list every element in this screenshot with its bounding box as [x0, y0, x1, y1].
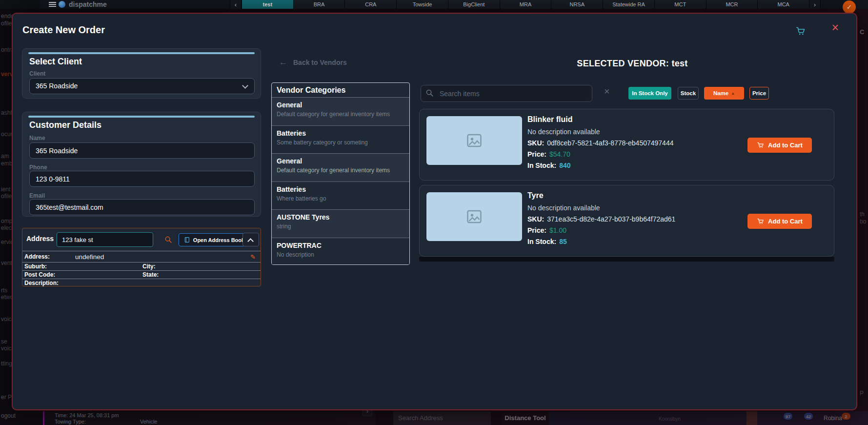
select-client-title: Select Client: [29, 57, 82, 67]
distance-tool-tab[interactable]: Distance Tool: [502, 411, 549, 425]
address-book-icon: [184, 237, 190, 243]
map-strip[interactable]: Kooralbyn Robina 97422: [549, 411, 868, 425]
image-icon: [465, 132, 483, 149]
search-items-input[interactable]: [421, 85, 592, 102]
map-pin-badge[interactable]: 42: [804, 413, 813, 420]
clear-search-icon[interactable]: ×: [604, 86, 610, 96]
customer-details-panel: Customer Details Name Phone Email: [22, 112, 261, 217]
navbar-left-spacer: [0, 0, 40, 9]
menu-icon[interactable]: [49, 2, 56, 7]
bottom-bar: Time: 24 Mar 25, 08:31 pm Towing Type: V…: [0, 411, 868, 425]
select-client-panel: Select Client Client 365 Roadside: [22, 48, 261, 99]
nav-tabs: testBRACRATowsideBigClientMRANRSAStatewi…: [242, 0, 809, 9]
category-name: Batteries: [277, 129, 404, 137]
vendor-categories-list: General Default category for general inv…: [272, 97, 409, 265]
vendor-categories-title: Vendor Categories: [272, 83, 409, 97]
row-description-label: Description:: [24, 280, 59, 286]
phone-field[interactable]: [29, 171, 255, 187]
map-pin-badge[interactable]: 2: [842, 413, 850, 420]
name-label: Name: [29, 135, 45, 142]
items-search: [421, 85, 592, 102]
nav-tab[interactable]: Towside: [396, 0, 448, 9]
sort-name-label: Name: [713, 90, 728, 96]
search-icon: [425, 89, 434, 99]
sort-ascending-icon: ▲: [731, 91, 735, 96]
client-select[interactable]: 365 Roadside: [29, 78, 255, 94]
sku-value: 371ea3c5-d82e-4a27-b037-b9b64f72ad61: [547, 215, 675, 223]
map-pin-badge[interactable]: 97: [784, 413, 792, 420]
top-navbar: dispatchme ‹ testBRACRATowsideBigClientM…: [0, 0, 868, 9]
status-circle-button[interactable]: ✓: [843, 0, 856, 14]
item-stock-row: In Stock:85: [527, 238, 722, 245]
item-price-row: Price:$1.00: [527, 226, 722, 234]
tabs-scroll-left-icon[interactable]: ‹: [230, 0, 242, 9]
nav-tab[interactable]: MRA: [500, 0, 551, 9]
edit-pencil-icon[interactable]: ✎: [250, 253, 256, 261]
sku-value: 0df8ceb7-5821-4af3-8778-eb4507497444: [547, 139, 673, 147]
category-row-austone-tyres[interactable]: AUSTONE Tyres string: [272, 209, 409, 238]
close-icon[interactable]: ×: [831, 21, 839, 34]
category-row-powertrac[interactable]: POWERTRAC No description: [272, 238, 409, 265]
category-name: General: [277, 101, 404, 109]
open-address-book-label: Open Address Book: [193, 237, 244, 243]
address-panel: Address Open Address Book Address: undef…: [22, 228, 261, 286]
vehicle-label: Vehicle: [140, 419, 157, 425]
chevron-up-icon: [247, 238, 254, 244]
item-image-placeholder: [426, 116, 522, 165]
add-to-cart-label: Add to Cart: [768, 142, 803, 149]
selected-vendor-heading: SELECTED VENDOR: test: [418, 59, 847, 69]
item-details: Blinker fluid No description available S…: [527, 115, 722, 169]
edge-text-fragment: th: [860, 211, 865, 218]
nav-tab[interactable]: test: [242, 0, 293, 9]
category-description: Some battery category or someting: [277, 139, 404, 146]
price-value: $1.00: [549, 226, 566, 234]
nav-tab[interactable]: NRSA: [551, 0, 603, 9]
add-to-cart-button[interactable]: Add to Cart: [747, 214, 812, 229]
nav-tab[interactable]: Statewide RA: [603, 0, 654, 9]
sort-name-button[interactable]: Name ▲: [704, 87, 744, 100]
sort-price-button[interactable]: Price: [749, 87, 769, 100]
category-row-batteries-2[interactable]: Batteries Where batteries go: [272, 182, 409, 210]
category-row-general-1[interactable]: General Default category for general inv…: [272, 97, 409, 125]
item-sku-row: SKU:0df8ceb7-5821-4af3-8778-eb4507497444: [527, 139, 722, 147]
table-row: Suburb: City:: [22, 262, 261, 270]
address-details-table: Address: undefined ✎ Suburb: City: Post …: [22, 251, 261, 287]
cart-icon: [757, 142, 764, 149]
price-value: $54.70: [549, 150, 570, 158]
item-description: No description available: [527, 128, 722, 136]
back-to-vendors-label: Back to Vendors: [293, 59, 347, 66]
cart-icon[interactable]: [795, 26, 806, 38]
in-stock-only-filter-button[interactable]: In Stock Only: [628, 87, 671, 100]
nav-tab[interactable]: MCT: [654, 0, 706, 9]
address-collapse-button[interactable]: [242, 233, 259, 246]
create-order-modal: Create New Order × Select Client Client …: [12, 13, 857, 410]
table-row: Post Code: State:: [22, 270, 261, 279]
category-row-general-2-selected[interactable]: General Default category for general inv…: [272, 153, 409, 182]
back-to-vendors-button[interactable]: ← Back to Vendors: [279, 58, 347, 67]
nav-tab[interactable]: MCR: [706, 0, 758, 9]
email-field[interactable]: [29, 199, 255, 215]
stock-label: In Stock:: [527, 238, 556, 245]
sku-label: SKU:: [527, 139, 544, 147]
name-field[interactable]: [29, 142, 255, 159]
address-search-icon[interactable]: [164, 236, 172, 245]
map-search-address-input[interactable]: Search Address: [393, 411, 491, 425]
map-label-kooralbyn: Kooralbyn: [659, 416, 681, 422]
add-to-cart-button[interactable]: Add to Cart: [747, 138, 812, 153]
address-search-field[interactable]: [57, 232, 153, 247]
client-label: Client: [29, 70, 45, 77]
image-icon: [465, 208, 483, 225]
open-address-book-button[interactable]: Open Address Book: [179, 233, 250, 246]
nav-tab[interactable]: BRA: [293, 0, 345, 9]
items-scrollbar-track[interactable]: [419, 257, 834, 262]
sort-stock-button[interactable]: Stock: [678, 87, 699, 100]
item-card-blinker-fluid: Blinker fluid No description available S…: [419, 109, 834, 181]
email-label: Email: [29, 192, 45, 199]
nav-tab[interactable]: CRA: [344, 0, 396, 9]
nav-tab[interactable]: MCA: [757, 0, 809, 9]
tabs-scroll-right-icon[interactable]: ›: [809, 0, 821, 9]
nav-tab[interactable]: BigClient: [448, 0, 500, 9]
chevron-down-icon: [242, 82, 248, 89]
category-name: Batteries: [277, 185, 404, 193]
category-row-batteries-1[interactable]: Batteries Some battery category or somet…: [272, 125, 409, 154]
